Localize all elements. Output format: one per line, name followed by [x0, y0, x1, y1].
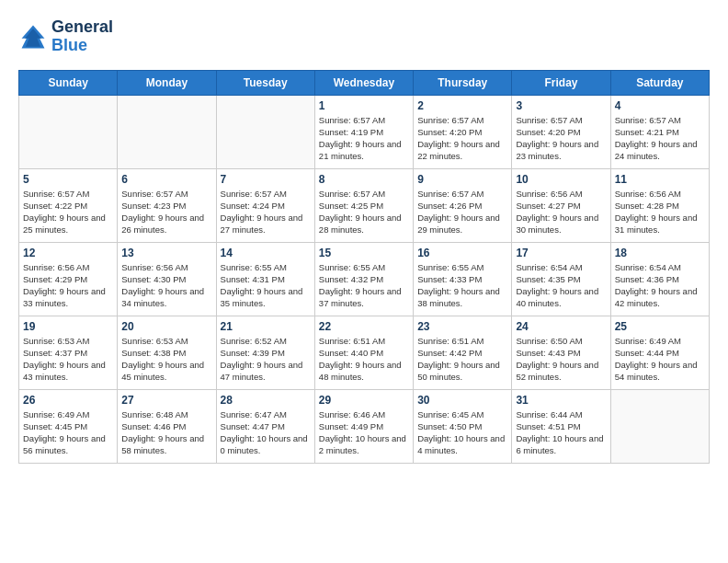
day-number: 18 [615, 247, 705, 259]
day-info: Sunrise: 6:48 AM Sunset: 4:46 PM Dayligh… [121, 408, 211, 457]
day-info: Sunrise: 6:52 AM Sunset: 4:39 PM Dayligh… [221, 335, 311, 384]
day-info: Sunrise: 6:56 AM Sunset: 4:28 PM Dayligh… [615, 188, 705, 236]
calendar-cell [216, 95, 314, 168]
day-number: 12 [23, 247, 113, 259]
day-info: Sunrise: 6:57 AM Sunset: 4:20 PM Dayligh… [516, 114, 606, 163]
calendar-cell: 16Sunrise: 6:55 AM Sunset: 4:33 PM Dayli… [414, 242, 512, 316]
day-info: Sunrise: 6:56 AM Sunset: 4:30 PM Dayligh… [121, 261, 211, 310]
day-info: Sunrise: 6:53 AM Sunset: 4:37 PM Dayligh… [23, 335, 113, 384]
day-info: Sunrise: 6:44 AM Sunset: 4:51 PM Dayligh… [516, 408, 606, 457]
day-number: 27 [121, 394, 211, 407]
day-info: Sunrise: 6:55 AM Sunset: 4:33 PM Dayligh… [417, 261, 507, 310]
calendar-cell: 7Sunrise: 6:57 AM Sunset: 4:24 PM Daylig… [216, 168, 314, 242]
day-info: Sunrise: 6:57 AM Sunset: 4:23 PM Dayligh… [121, 188, 211, 236]
day-info: Sunrise: 6:57 AM Sunset: 4:24 PM Dayligh… [221, 188, 311, 236]
day-info: Sunrise: 6:57 AM Sunset: 4:25 PM Dayligh… [319, 188, 409, 236]
weekday-header-tuesday: Tuesday [216, 70, 314, 95]
svg-marker-1 [25, 29, 41, 47]
day-number: 19 [23, 320, 113, 333]
day-number: 1 [319, 99, 409, 112]
calendar-cell [610, 389, 709, 463]
logo: General Blue [18, 18, 113, 55]
calendar-cell: 20Sunrise: 6:53 AM Sunset: 4:38 PM Dayli… [118, 316, 216, 389]
calendar-table: SundayMondayTuesdayWednesdayThursdayFrid… [18, 70, 710, 464]
weekday-header-wednesday: Wednesday [314, 70, 413, 95]
weekday-header-monday: Monday [118, 70, 216, 95]
calendar-cell: 22Sunrise: 6:51 AM Sunset: 4:40 PM Dayli… [314, 316, 413, 389]
day-number: 30 [417, 394, 507, 407]
day-info: Sunrise: 6:56 AM Sunset: 4:29 PM Dayligh… [23, 261, 113, 310]
day-number: 10 [516, 173, 606, 186]
calendar-cell: 29Sunrise: 6:46 AM Sunset: 4:49 PM Dayli… [314, 389, 413, 463]
day-number: 22 [319, 320, 409, 333]
calendar-cell: 21Sunrise: 6:52 AM Sunset: 4:39 PM Dayli… [216, 316, 314, 389]
calendar-cell: 25Sunrise: 6:49 AM Sunset: 4:44 PM Dayli… [610, 316, 709, 389]
calendar-cell: 27Sunrise: 6:48 AM Sunset: 4:46 PM Dayli… [118, 389, 216, 463]
day-number: 17 [516, 247, 606, 259]
day-number: 16 [417, 247, 507, 259]
calendar-cell: 15Sunrise: 6:55 AM Sunset: 4:32 PM Dayli… [314, 242, 413, 316]
logo-text: General Blue [51, 18, 113, 55]
day-info: Sunrise: 6:50 AM Sunset: 4:43 PM Dayligh… [516, 335, 606, 384]
day-number: 15 [319, 247, 409, 259]
calendar-cell: 23Sunrise: 6:51 AM Sunset: 4:42 PM Dayli… [414, 316, 512, 389]
day-number: 13 [121, 247, 211, 259]
day-info: Sunrise: 6:57 AM Sunset: 4:21 PM Dayligh… [615, 114, 705, 163]
calendar-cell: 26Sunrise: 6:49 AM Sunset: 4:45 PM Dayli… [19, 389, 118, 463]
day-number: 7 [221, 173, 311, 186]
calendar-cell: 24Sunrise: 6:50 AM Sunset: 4:43 PM Dayli… [512, 316, 610, 389]
day-number: 11 [615, 173, 705, 186]
day-info: Sunrise: 6:56 AM Sunset: 4:27 PM Dayligh… [516, 188, 606, 236]
day-number: 2 [417, 99, 507, 112]
calendar-cell: 13Sunrise: 6:56 AM Sunset: 4:30 PM Dayli… [118, 242, 216, 316]
day-number: 21 [221, 320, 311, 333]
day-info: Sunrise: 6:47 AM Sunset: 4:47 PM Dayligh… [221, 408, 311, 457]
day-info: Sunrise: 6:55 AM Sunset: 4:32 PM Dayligh… [319, 261, 409, 310]
calendar-cell: 1Sunrise: 6:57 AM Sunset: 4:19 PM Daylig… [314, 95, 413, 168]
day-number: 5 [23, 173, 113, 186]
day-info: Sunrise: 6:57 AM Sunset: 4:22 PM Dayligh… [23, 188, 113, 236]
calendar-cell [118, 95, 216, 168]
weekday-header-saturday: Saturday [610, 70, 709, 95]
day-info: Sunrise: 6:57 AM Sunset: 4:26 PM Dayligh… [417, 188, 507, 236]
day-number: 23 [417, 320, 507, 333]
page-header: General Blue [18, 18, 710, 55]
day-info: Sunrise: 6:57 AM Sunset: 4:20 PM Dayligh… [417, 114, 507, 163]
day-info: Sunrise: 6:53 AM Sunset: 4:38 PM Dayligh… [121, 335, 211, 384]
day-number: 4 [615, 99, 705, 112]
day-info: Sunrise: 6:45 AM Sunset: 4:50 PM Dayligh… [417, 408, 507, 457]
calendar-cell: 17Sunrise: 6:54 AM Sunset: 4:35 PM Dayli… [512, 242, 610, 316]
logo-icon [18, 22, 48, 52]
calendar-cell: 31Sunrise: 6:44 AM Sunset: 4:51 PM Dayli… [512, 389, 610, 463]
day-number: 25 [615, 320, 705, 333]
calendar-cell: 10Sunrise: 6:56 AM Sunset: 4:27 PM Dayli… [512, 168, 610, 242]
day-number: 28 [221, 394, 311, 407]
day-number: 24 [516, 320, 606, 333]
day-info: Sunrise: 6:49 AM Sunset: 4:44 PM Dayligh… [615, 335, 705, 384]
calendar-cell: 19Sunrise: 6:53 AM Sunset: 4:37 PM Dayli… [19, 316, 118, 389]
calendar-cell: 3Sunrise: 6:57 AM Sunset: 4:20 PM Daylig… [512, 95, 610, 168]
day-number: 26 [23, 394, 113, 407]
calendar-cell: 8Sunrise: 6:57 AM Sunset: 4:25 PM Daylig… [314, 168, 413, 242]
day-info: Sunrise: 6:49 AM Sunset: 4:45 PM Dayligh… [23, 408, 113, 457]
calendar-cell: 5Sunrise: 6:57 AM Sunset: 4:22 PM Daylig… [19, 168, 118, 242]
calendar-cell: 14Sunrise: 6:55 AM Sunset: 4:31 PM Dayli… [216, 242, 314, 316]
calendar-cell: 28Sunrise: 6:47 AM Sunset: 4:47 PM Dayli… [216, 389, 314, 463]
day-info: Sunrise: 6:51 AM Sunset: 4:42 PM Dayligh… [417, 335, 507, 384]
day-number: 20 [121, 320, 211, 333]
day-info: Sunrise: 6:54 AM Sunset: 4:35 PM Dayligh… [516, 261, 606, 310]
day-info: Sunrise: 6:55 AM Sunset: 4:31 PM Dayligh… [221, 261, 311, 310]
day-number: 14 [221, 247, 311, 259]
day-number: 29 [319, 394, 409, 407]
weekday-header-friday: Friday [512, 70, 610, 95]
day-number: 3 [516, 99, 606, 112]
calendar-cell: 30Sunrise: 6:45 AM Sunset: 4:50 PM Dayli… [414, 389, 512, 463]
day-info: Sunrise: 6:51 AM Sunset: 4:40 PM Dayligh… [319, 335, 409, 384]
calendar-cell [19, 95, 118, 168]
weekday-header-thursday: Thursday [414, 70, 512, 95]
calendar-cell: 11Sunrise: 6:56 AM Sunset: 4:28 PM Dayli… [610, 168, 709, 242]
day-info: Sunrise: 6:54 AM Sunset: 4:36 PM Dayligh… [615, 261, 705, 310]
weekday-header-sunday: Sunday [19, 70, 118, 95]
day-number: 8 [319, 173, 409, 186]
day-info: Sunrise: 6:46 AM Sunset: 4:49 PM Dayligh… [319, 408, 409, 457]
